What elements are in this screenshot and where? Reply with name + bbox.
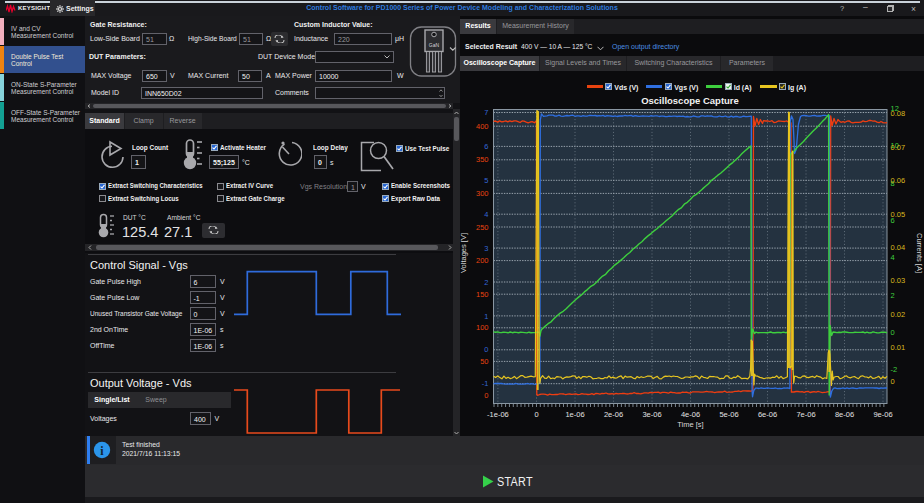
svg-text:-1e-06: -1e-06 [487, 410, 509, 419]
svg-text:4e-06: 4e-06 [681, 410, 700, 419]
svg-text:0: 0 [891, 328, 895, 337]
svg-text:0: 0 [484, 345, 488, 354]
svg-text:6e-06: 6e-06 [758, 410, 777, 419]
svg-text:Currents [A]: Currents [A] [915, 233, 924, 273]
svg-text:400: 400 [476, 122, 489, 131]
svg-text:4: 4 [484, 210, 488, 219]
svg-text:50: 50 [480, 357, 488, 366]
svg-text:1e-06: 1e-06 [565, 410, 584, 419]
svg-text:0: 0 [891, 377, 895, 386]
svg-text:250: 250 [476, 223, 489, 232]
svg-text:8e-06: 8e-06 [835, 410, 854, 419]
svg-text:0: 0 [534, 410, 538, 419]
svg-text:0.01: 0.01 [891, 343, 906, 352]
svg-text:5: 5 [484, 176, 488, 185]
svg-text:0: 0 [484, 391, 488, 400]
svg-text:0.07: 0.07 [891, 143, 906, 152]
svg-text:5e-06: 5e-06 [719, 410, 738, 419]
svg-text:GaN: GaN [429, 42, 440, 48]
svg-text:7: 7 [484, 108, 488, 117]
svg-text:3: 3 [484, 244, 488, 253]
svg-text:9e-06: 9e-06 [873, 410, 892, 419]
svg-text:300: 300 [476, 189, 489, 198]
svg-text:-1: -1 [482, 379, 489, 388]
svg-text:6: 6 [484, 142, 488, 151]
svg-text:7e-06: 7e-06 [796, 410, 815, 419]
svg-text:1: 1 [484, 312, 488, 321]
svg-text:0.02: 0.02 [891, 310, 906, 319]
svg-text:0.06: 0.06 [891, 176, 906, 185]
svg-text:0.08: 0.08 [891, 109, 906, 118]
svg-text:200: 200 [476, 256, 489, 265]
svg-text:2: 2 [484, 278, 488, 287]
svg-text:2: 2 [891, 291, 895, 300]
svg-text:Time [s]: Time [s] [677, 420, 703, 429]
svg-text:-2: -2 [891, 365, 898, 374]
svg-text:0.05: 0.05 [891, 210, 906, 219]
svg-text:3e-06: 3e-06 [642, 410, 661, 419]
svg-text:4: 4 [891, 253, 895, 262]
svg-text:0.03: 0.03 [891, 276, 906, 285]
svg-text:350: 350 [476, 155, 489, 164]
svg-text:2e-06: 2e-06 [604, 410, 623, 419]
svg-text:150: 150 [476, 290, 489, 299]
svg-text:0.04: 0.04 [891, 243, 906, 252]
svg-text:Voltages [V]: Voltages [V] [460, 233, 468, 273]
svg-text:100: 100 [476, 323, 489, 332]
